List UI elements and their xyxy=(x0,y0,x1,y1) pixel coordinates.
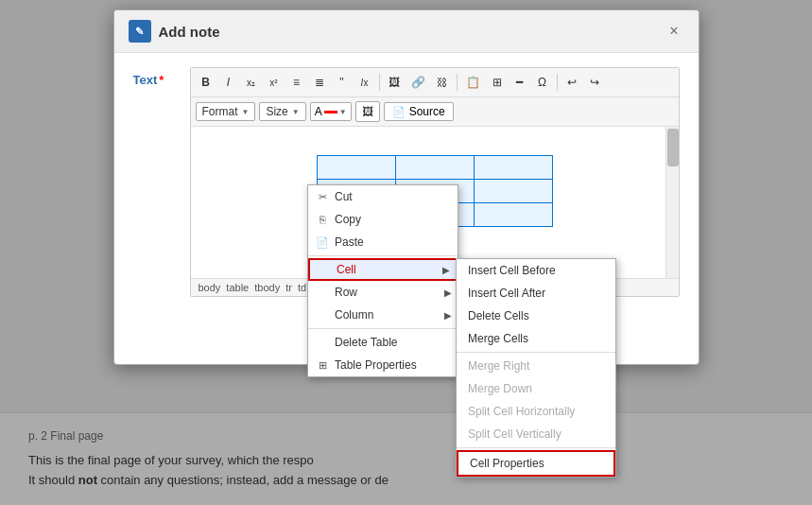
ctx-delete-table[interactable]: Delete Table xyxy=(308,331,458,354)
copy-icon: ⎘ xyxy=(316,213,329,226)
table-cell[interactable] xyxy=(474,156,552,180)
status-td: td xyxy=(298,282,306,293)
ctx-row[interactable]: Row ▶ xyxy=(308,281,458,304)
unlink-button[interactable]: ⛓ xyxy=(432,72,453,93)
table-button[interactable]: ⊞ xyxy=(487,72,508,93)
modal-header: ✎ Add note × xyxy=(114,10,699,53)
ctx-table-properties[interactable]: ⊞ Table Properties xyxy=(308,354,458,376)
ctx-copy[interactable]: ⎘ Copy xyxy=(308,208,458,231)
remove-format-button[interactable]: Ix xyxy=(354,72,375,93)
table-cell[interactable] xyxy=(474,180,552,203)
column-icon xyxy=(316,308,329,322)
cut-icon: ✂ xyxy=(316,190,329,203)
color-bar xyxy=(324,111,337,113)
source-icon: 📄 xyxy=(392,106,406,118)
modal-title-area: ✎ Add note xyxy=(129,20,220,43)
image-button[interactable]: 🖼 xyxy=(384,72,405,93)
submenu-separator-1 xyxy=(457,352,615,353)
blockquote-button[interactable]: " xyxy=(332,72,353,93)
status-tr: tr xyxy=(285,282,292,293)
modal-icon: ✎ xyxy=(129,20,151,43)
cell-submenu: Insert Cell Before Insert Cell After Del… xyxy=(456,258,616,478)
special-char-button[interactable]: Ω xyxy=(532,72,553,93)
ordered-list-button[interactable]: ≣ xyxy=(309,72,330,93)
table-properties-icon: ⊞ xyxy=(316,358,329,372)
toolbar-separator-2 xyxy=(457,74,458,91)
submenu-cell-properties[interactable]: Cell Properties xyxy=(457,450,615,477)
table-cell[interactable] xyxy=(317,156,395,180)
image-insert-button[interactable]: 🖼 xyxy=(355,101,380,122)
status-tbody: tbody xyxy=(254,282,280,293)
cell-arrow-icon: ▶ xyxy=(442,265,450,275)
unordered-list-button[interactable]: ≡ xyxy=(286,72,307,93)
ctx-cell[interactable]: Cell ▶ Insert Cell Before Insert Cell Af… xyxy=(308,258,458,281)
format-dropdown-arrow: ▼ xyxy=(242,108,250,116)
ctx-paste[interactable]: 📄 Paste xyxy=(308,231,458,253)
submenu-split-vertical: Split Cell Vertically xyxy=(457,423,615,445)
submenu-merge-down: Merge Down xyxy=(457,377,615,400)
editor-scrollbar[interactable] xyxy=(665,127,679,278)
size-dropdown-arrow: ▼ xyxy=(292,108,300,116)
ctx-separator-1 xyxy=(308,255,458,256)
source-button[interactable]: 📄 Source xyxy=(384,102,454,121)
italic-button[interactable]: I xyxy=(218,72,239,93)
column-arrow-icon: ▶ xyxy=(444,310,452,321)
status-body: body xyxy=(199,282,221,293)
row-icon xyxy=(316,286,329,299)
submenu-delete-cells[interactable]: Delete Cells xyxy=(457,305,615,327)
status-table: table xyxy=(226,282,249,293)
submenu-insert-after[interactable]: Insert Cell After xyxy=(457,282,615,305)
submenu-separator-2 xyxy=(457,447,615,448)
superscript-button[interactable]: x² xyxy=(264,72,285,93)
submenu-insert-before[interactable]: Insert Cell Before xyxy=(457,259,615,282)
undo-button[interactable]: ↩ xyxy=(561,72,582,93)
delete-table-icon xyxy=(316,336,329,349)
submenu-merge-cells[interactable]: Merge Cells xyxy=(457,327,615,350)
ctx-column[interactable]: Column ▶ xyxy=(308,304,458,326)
context-menu: ✂ Cut ⎘ Copy 📄 Paste Cell ▶ Insert Cell … xyxy=(307,184,458,377)
text-label: Text* xyxy=(133,67,181,87)
table-cell[interactable] xyxy=(474,203,552,227)
bold-button[interactable]: B xyxy=(196,72,216,93)
scrollbar-thumb xyxy=(667,129,679,166)
format-dropdown[interactable]: Format ▼ xyxy=(196,102,256,121)
horizontal-rule-button[interactable]: ━ xyxy=(510,72,530,93)
color-button[interactable]: A ▼ xyxy=(310,102,352,121)
link-button[interactable]: 🔗 xyxy=(406,72,430,93)
row-arrow-icon: ▶ xyxy=(444,287,452,298)
redo-button[interactable]: ↪ xyxy=(584,72,605,93)
cell-icon xyxy=(318,263,331,276)
submenu-merge-right: Merge Right xyxy=(457,355,615,377)
submenu-split-horizontal: Split Cell Horizontally xyxy=(457,400,615,423)
table-row xyxy=(317,156,552,180)
table-cell[interactable] xyxy=(395,156,474,180)
toolbar-separator-3 xyxy=(557,74,558,91)
toolbar-top: B I x₂ x² ≡ ≣ " Ix 🖼 🔗 ⛓ 📋 ⊞ ━ Ω xyxy=(191,68,679,97)
ctx-separator-2 xyxy=(308,328,458,329)
close-button[interactable]: × xyxy=(664,21,683,42)
copy-format-button[interactable]: 📋 xyxy=(461,72,485,93)
toolbar-bottom: Format ▼ Size ▼ A ▼ 🖼 📄 S xyxy=(191,97,679,127)
color-dropdown-arrow[interactable]: ▼ xyxy=(339,108,347,116)
paste-icon: 📄 xyxy=(316,235,329,249)
ctx-cut[interactable]: ✂ Cut xyxy=(308,185,458,208)
subscript-button[interactable]: x₂ xyxy=(241,72,262,93)
toolbar-separator-1 xyxy=(379,74,380,91)
modal-title: Add note xyxy=(159,24,220,40)
size-dropdown[interactable]: Size ▼ xyxy=(259,102,305,121)
